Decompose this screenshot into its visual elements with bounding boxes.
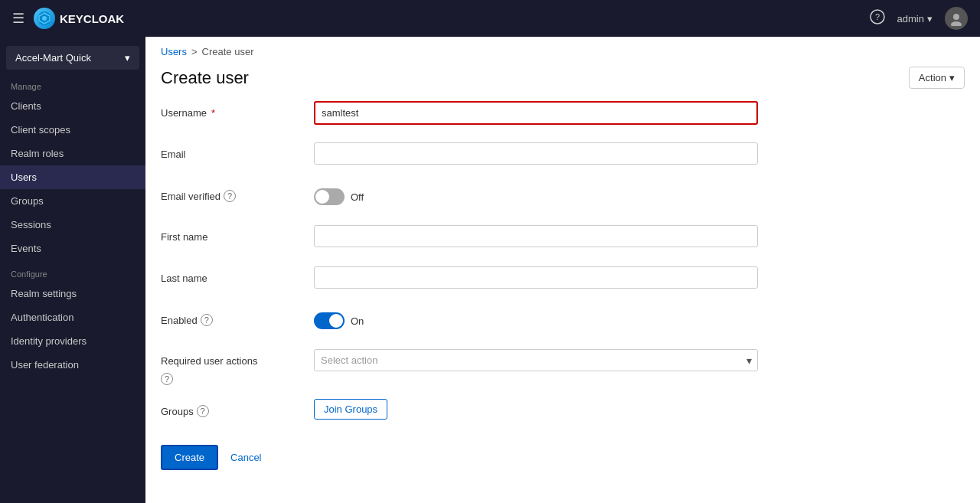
groups-help-icon[interactable]: ? <box>197 405 209 417</box>
sidebar-item-label: Authentication <box>11 312 74 323</box>
email-verified-state: Off <box>351 191 364 203</box>
groups-label: Groups ? <box>161 399 314 417</box>
user-menu[interactable]: admin ▾ <box>897 13 933 24</box>
sidebar-item-label: Sessions <box>11 219 51 230</box>
last-name-label: Last name <box>161 266 314 284</box>
required-actions-row: Required user actions ? Select action <box>161 349 965 385</box>
sidebar-item-user-federation[interactable]: User federation <box>0 353 145 377</box>
sidebar-item-users[interactable]: Users <box>0 165 145 189</box>
first-name-row: First name <box>161 225 965 253</box>
username-row: Username * <box>161 101 965 129</box>
realm-selector[interactable]: Accel-Mart Quick ▾ <box>6 46 139 70</box>
email-verified-label: Email verified ? <box>161 184 314 202</box>
create-user-form: Username * Email Email verified <box>145 101 980 485</box>
username-required: * <box>211 107 215 119</box>
first-name-label: First name <box>161 225 314 243</box>
svg-point-5 <box>953 14 959 20</box>
sidebar-item-sessions[interactable]: Sessions <box>0 213 145 237</box>
help-icon[interactable]: ? <box>870 9 885 28</box>
first-name-input[interactable] <box>314 225 758 247</box>
cancel-button[interactable]: Cancel <box>224 446 267 469</box>
page-header: Create user Action ▾ <box>145 60 980 101</box>
username-control <box>314 101 758 125</box>
sidebar-item-authentication[interactable]: Authentication <box>0 305 145 329</box>
email-verified-row: Email verified ? Off <box>161 184 965 211</box>
sidebar-item-client-scopes[interactable]: Client scopes <box>0 118 145 142</box>
last-name-control <box>314 266 758 289</box>
join-groups-button[interactable]: Join Groups <box>314 399 387 420</box>
sidebar-item-label: Clients <box>11 100 41 112</box>
email-row: Email <box>161 142 965 170</box>
sidebar-item-clients[interactable]: Clients <box>0 94 145 118</box>
email-input[interactable] <box>314 142 758 165</box>
sidebar-item-label: Groups <box>11 195 44 207</box>
menu-icon[interactable]: ☰ <box>12 10 24 27</box>
required-actions-help-icon[interactable]: ? <box>161 373 173 385</box>
logo: KEYCLOAK <box>34 8 124 29</box>
email-verified-control: Off <box>314 184 758 205</box>
sidebar-item-events[interactable]: Events <box>0 237 145 260</box>
realm-name: Accel-Mart Quick <box>15 52 91 64</box>
last-name-input[interactable] <box>314 266 758 289</box>
groups-row: Groups ? Join Groups <box>161 399 965 426</box>
sidebar-item-label: Realm roles <box>11 148 64 159</box>
last-name-row: Last name <box>161 266 965 294</box>
sidebar-item-identity-providers[interactable]: Identity providers <box>0 329 145 353</box>
sidebar-item-label: Client scopes <box>11 124 70 136</box>
action-label: Action <box>919 72 946 83</box>
required-actions-control: Select action <box>314 349 758 371</box>
sidebar-item-label: Realm settings <box>11 288 77 299</box>
action-dropdown-icon: ▾ <box>949 72 955 83</box>
configure-section-label: Configure <box>0 260 145 282</box>
username-input[interactable] <box>314 101 758 125</box>
enabled-toggle[interactable] <box>314 312 345 329</box>
svg-text:?: ? <box>875 12 880 21</box>
main-content: Users > Create user Create user Action ▾… <box>145 37 980 503</box>
sidebar-item-label: Users <box>11 171 37 183</box>
realm-dropdown-icon: ▾ <box>125 52 130 64</box>
email-control <box>314 142 758 165</box>
svg-point-6 <box>951 21 962 26</box>
enabled-state: On <box>351 315 364 327</box>
page-title: Create user <box>161 68 249 88</box>
action-button[interactable]: Action ▾ <box>909 67 965 89</box>
first-name-control <box>314 225 758 247</box>
breadcrumb: Users > Create user <box>145 37 980 60</box>
sidebar-item-groups[interactable]: Groups <box>0 189 145 213</box>
enabled-row: Enabled ? On <box>161 308 965 335</box>
breadcrumb-current: Create user <box>202 46 254 57</box>
email-verified-help-icon[interactable]: ? <box>224 190 236 202</box>
svg-point-2 <box>42 16 47 21</box>
groups-control: Join Groups <box>314 399 758 420</box>
user-label: admin <box>897 13 924 24</box>
enabled-label: Enabled ? <box>161 308 314 326</box>
topnav: ☰ KEYCLOAK ? admin ▾ <box>0 0 980 37</box>
enabled-help-icon[interactable]: ? <box>201 314 213 326</box>
sidebar-item-label: Identity providers <box>11 335 87 347</box>
sidebar-item-realm-roles[interactable]: Realm roles <box>0 142 145 165</box>
create-button[interactable]: Create <box>161 445 218 470</box>
enabled-control: On <box>314 308 758 329</box>
required-actions-label: Required user actions ? <box>161 349 314 385</box>
breadcrumb-users-link[interactable]: Users <box>161 46 187 57</box>
sidebar-item-label: User federation <box>11 359 79 371</box>
breadcrumb-separator: > <box>191 46 198 57</box>
logo-text: KEYCLOAK <box>60 12 124 25</box>
sidebar: Accel-Mart Quick ▾ Manage Clients Client… <box>0 37 145 503</box>
sidebar-item-label: Events <box>11 243 41 254</box>
email-label: Email <box>161 142 314 160</box>
logo-icon <box>34 8 55 29</box>
required-actions-select[interactable]: Select action <box>314 349 758 371</box>
form-actions: Create Cancel <box>161 445 965 470</box>
email-verified-toggle[interactable] <box>314 188 345 205</box>
username-label: Username * <box>161 101 314 119</box>
sidebar-item-realm-settings[interactable]: Realm settings <box>0 282 145 305</box>
user-dropdown-icon: ▾ <box>927 13 933 24</box>
manage-section-label: Manage <box>0 73 145 94</box>
avatar[interactable] <box>945 7 968 30</box>
